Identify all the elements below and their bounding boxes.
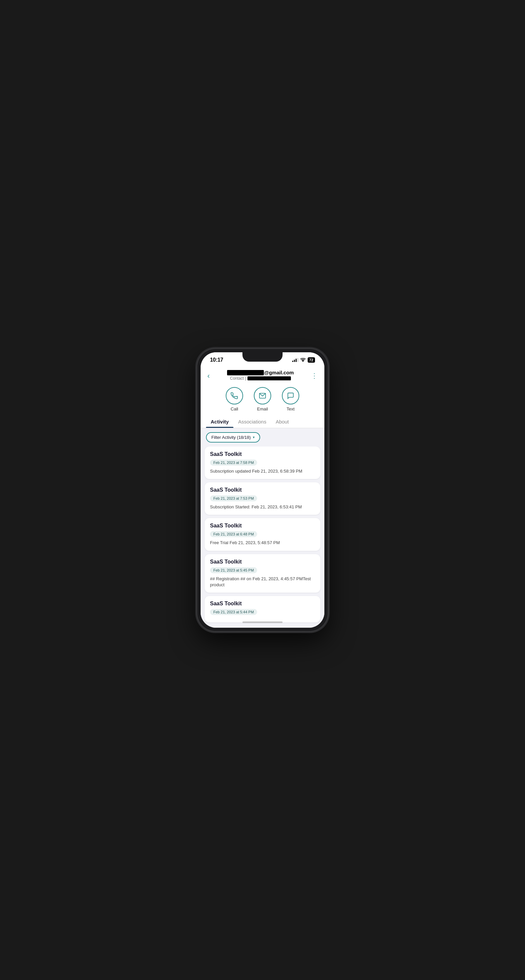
activity-card-2[interactable]: SaaS Toolkit Feb 21, 2023 at 7:53 PM Sub…	[205, 482, 320, 515]
tab-associations[interactable]: Associations	[233, 415, 271, 428]
email-circle	[254, 387, 271, 404]
card-body-3: Free Trial Feb 21, 2023, 5:48:57 PM	[210, 540, 315, 546]
card-timestamp-2: Feb 21, 2023 at 7:53 PM	[210, 495, 257, 501]
chat-icon	[287, 392, 294, 399]
tab-activity[interactable]: Activity	[206, 415, 233, 428]
status-time: 10:17	[210, 357, 223, 363]
filter-label: Filter Activity (18/18)	[211, 435, 251, 440]
call-button[interactable]: Call	[226, 387, 243, 412]
card-title-5: SaaS Toolkit	[210, 601, 315, 607]
card-body-2: Subscription Started: Feb 21, 2023, 6:53…	[210, 504, 315, 510]
activity-card-4[interactable]: SaaS Toolkit Feb 21, 2023 at 5:45 PM ## …	[205, 554, 320, 593]
chevron-down-icon: ▾	[253, 435, 255, 439]
activity-card-3[interactable]: SaaS Toolkit Feb 21, 2023 at 6:48 PM Fre…	[205, 518, 320, 550]
contact-email: @gmail.com	[211, 370, 310, 375]
battery-icon: 72	[308, 357, 315, 363]
email-button[interactable]: Email	[254, 387, 271, 412]
card-timestamp-5: Feb 21, 2023 at 5:44 PM	[210, 609, 257, 615]
back-button[interactable]: ‹	[206, 370, 211, 382]
activity-card-1[interactable]: SaaS Toolkit Feb 21, 2023 at 7:58 PM Sub…	[205, 447, 320, 479]
call-circle	[226, 387, 243, 404]
card-title-4: SaaS Toolkit	[210, 559, 315, 565]
filter-bar: Filter Activity (18/18) ▾	[201, 428, 324, 447]
text-label: Text	[287, 406, 295, 412]
activity-list: SaaS Toolkit Feb 21, 2023 at 7:58 PM Sub…	[201, 447, 324, 628]
signal-icon	[292, 358, 298, 362]
status-icons: 72	[292, 357, 315, 363]
subtitle-redacted-block	[247, 376, 291, 380]
contact-subtitle: Contact |	[211, 376, 310, 381]
activity-card-5[interactable]: SaaS Toolkit Feb 21, 2023 at 5:44 PM	[205, 596, 320, 622]
card-title-2: SaaS Toolkit	[210, 487, 315, 493]
card-timestamp-1: Feb 21, 2023 at 7:58 PM	[210, 460, 257, 466]
wifi-icon	[300, 357, 306, 363]
card-timestamp-4: Feb 21, 2023 at 5:45 PM	[210, 567, 257, 573]
header-center: @gmail.com Contact |	[211, 370, 310, 381]
card-body-4: ## Registration ## on Feb 21, 2023, 4:45…	[210, 576, 315, 588]
card-body-1: Subscription updated Feb 21, 2023, 6:58:…	[210, 468, 315, 474]
card-timestamp-3: Feb 21, 2023 at 6:48 PM	[210, 531, 257, 537]
text-circle	[282, 387, 299, 404]
app-content: ‹ @gmail.com Contact | ⋮	[201, 366, 324, 628]
card-title-3: SaaS Toolkit	[210, 523, 315, 529]
tab-bar: Activity Associations About	[201, 415, 324, 428]
text-button[interactable]: Text	[282, 387, 299, 412]
more-menu-button[interactable]: ⋮	[310, 370, 319, 381]
contact-header: ‹ @gmail.com Contact | ⋮	[201, 366, 324, 382]
call-label: Call	[231, 406, 238, 412]
tab-about[interactable]: About	[271, 415, 293, 428]
card-title-1: SaaS Toolkit	[210, 451, 315, 457]
phone-frame: 10:17 72	[197, 349, 328, 631]
notch	[243, 352, 282, 362]
svg-point-0	[303, 361, 303, 362]
email-redacted-block	[227, 370, 264, 375]
action-row: Call Email	[201, 382, 324, 415]
phone-screen: 10:17 72	[201, 352, 324, 628]
home-indicator	[243, 621, 282, 623]
phone-icon	[231, 392, 238, 399]
email-label: Email	[257, 406, 268, 412]
filter-activity-button[interactable]: Filter Activity (18/18) ▾	[206, 432, 260, 442]
email-icon	[259, 392, 266, 399]
